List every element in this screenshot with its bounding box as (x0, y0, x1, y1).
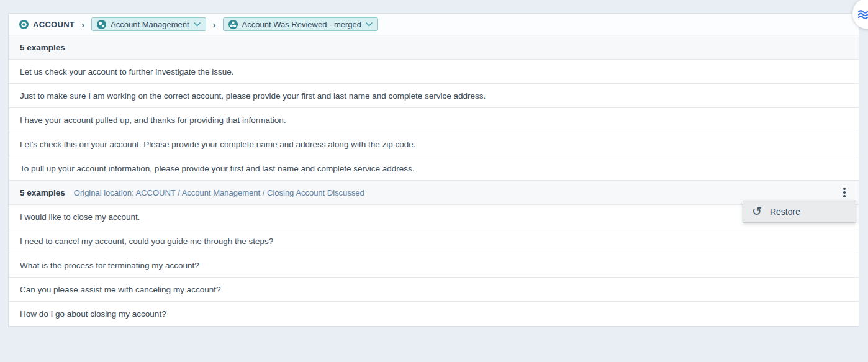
examples-count: 5 examples (20, 43, 65, 52)
example-row[interactable]: Let us check your account to further inv… (9, 60, 859, 84)
restore-menu-item[interactable]: ↺ Restore (743, 201, 856, 222)
example-row[interactable]: How do I go about closing my account? (9, 302, 859, 326)
examples-count: 5 examples (20, 188, 65, 197)
example-row[interactable]: I need to cancel my account, could you g… (9, 229, 859, 253)
example-row[interactable]: What is the process for terminating my a… (9, 253, 859, 278)
breadcrumb-separator: › (212, 19, 217, 30)
breadcrumb-chip-label: Account Management (111, 20, 189, 29)
example-text: To pull up your account information, ple… (20, 164, 415, 173)
example-row[interactable]: Let's check this on your account. Please… (9, 132, 859, 156)
group-header: 5 examples (9, 35, 859, 60)
breadcrumb-root-account[interactable]: ACCOUNT (19, 20, 75, 29)
example-row[interactable]: I have your account pulled up, and thank… (9, 108, 859, 132)
example-text: Let's check this on your account. Please… (20, 140, 415, 149)
example-text: Let us check your account to further inv… (20, 67, 233, 76)
examples-panel: ACCOUNT › Account Management › (8, 13, 859, 327)
example-text: How do I go about closing my account? (20, 309, 166, 319)
example-row[interactable]: Can you please assist me with canceling … (9, 278, 859, 302)
example-row[interactable]: I would like to close my account. (9, 205, 859, 229)
group-header-merged: 5 examples Original location: ACCOUNT / … (9, 181, 859, 205)
chevron-down-icon (194, 22, 201, 27)
breadcrumb: ACCOUNT › Account Management › (9, 14, 859, 35)
chevron-down-icon (366, 22, 373, 27)
breadcrumb-chip-label: Account Was Reviewed - merged (242, 20, 361, 29)
restore-label: Restore (770, 207, 800, 217)
kebab-menu-button[interactable] (839, 185, 850, 200)
example-text: Just to make sure I am working on the co… (20, 91, 486, 101)
original-location-label: Original location: ACCOUNT / Account Man… (74, 188, 364, 197)
intent-root-icon (19, 20, 29, 29)
breadcrumb-chip-account-was-reviewed[interactable]: Account Was Reviewed - merged (223, 17, 378, 31)
page: ACCOUNT › Account Management › (0, 0, 868, 362)
context-menu: ↺ Restore (743, 201, 856, 223)
example-text: I need to cancel my account, could you g… (20, 237, 273, 246)
example-row[interactable]: Just to make sure I am working on the co… (9, 84, 859, 108)
breadcrumb-root-label: ACCOUNT (33, 20, 75, 29)
example-row[interactable]: To pull up your account information, ple… (9, 156, 859, 181)
intent-cluster-icon (97, 20, 106, 29)
example-text: I would like to close my account. (20, 212, 140, 222)
example-text: Can you please assist me with canceling … (20, 285, 220, 294)
layers-icon (856, 6, 868, 21)
intent-merged-cluster-icon (228, 20, 238, 29)
breadcrumb-chip-account-management[interactable]: Account Management (91, 17, 206, 31)
example-text: I have your account pulled up, and thank… (20, 115, 286, 125)
breadcrumb-separator: › (81, 19, 85, 30)
restore-icon: ↺ (752, 206, 762, 217)
example-text: What is the process for terminating my a… (20, 261, 199, 270)
